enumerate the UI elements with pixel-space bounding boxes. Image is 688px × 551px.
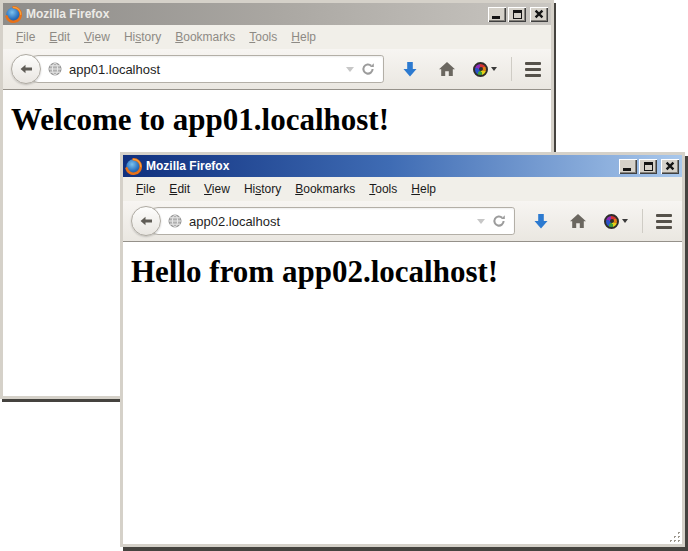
menu-help[interactable]: Help [284, 27, 323, 47]
navigation-toolbar: app01.localhost [3, 49, 551, 90]
titlebar[interactable]: Mozilla Firefox [123, 155, 682, 177]
page-heading: Hello from app02.localhost! [131, 254, 674, 290]
addon-button[interactable] [604, 214, 628, 229]
menu-edit[interactable]: Edit [162, 179, 197, 199]
page-heading: Welcome to app01.localhost! [11, 102, 543, 138]
reload-button[interactable] [492, 214, 506, 228]
firefox-icon [125, 158, 142, 175]
resize-grip[interactable] [668, 530, 682, 544]
home-button[interactable] [569, 213, 587, 229]
menu-history[interactable]: History [117, 27, 168, 47]
minimize-icon [623, 168, 631, 171]
dropdown-caret-icon [622, 219, 628, 223]
window-title: Mozilla Firefox [146, 159, 615, 173]
menu-bookmarks[interactable]: Bookmarks [168, 27, 242, 47]
window-controls [488, 7, 548, 22]
close-icon [665, 161, 675, 171]
back-button[interactable] [131, 206, 161, 236]
site-identity-globe-icon[interactable] [48, 62, 62, 76]
download-arrow-icon [401, 61, 419, 78]
home-button[interactable] [438, 61, 456, 77]
reload-button[interactable] [361, 62, 375, 76]
maximize-icon [644, 162, 653, 171]
color-wheel-icon [604, 214, 619, 229]
addon-button[interactable] [473, 62, 497, 77]
minimize-button[interactable] [619, 159, 637, 174]
download-button[interactable] [532, 213, 550, 230]
reload-icon [492, 214, 506, 228]
dropdown-caret-icon [491, 67, 497, 71]
minimize-button[interactable] [488, 7, 506, 22]
urlbar-dropdown-icon[interactable] [477, 219, 485, 224]
hamburger-menu-button[interactable] [525, 62, 541, 77]
menu-help[interactable]: Help [404, 179, 443, 199]
back-arrow-icon [18, 61, 34, 77]
reload-icon [361, 62, 375, 76]
menu-view[interactable]: View [77, 27, 117, 47]
color-wheel-icon [473, 62, 488, 77]
resize-grip-icon [668, 530, 682, 544]
menu-file[interactable]: File [129, 179, 162, 199]
close-button[interactable] [530, 7, 548, 22]
close-button[interactable] [661, 159, 679, 174]
toolbar-separator [642, 209, 643, 233]
menu-bar: File Edit View History Bookmarks Tools H… [123, 177, 682, 201]
url-text[interactable]: app01.localhost [69, 62, 160, 77]
menu-bar: File Edit View History Bookmarks Tools H… [3, 25, 551, 49]
home-icon [569, 213, 587, 229]
menu-history[interactable]: History [237, 179, 288, 199]
toolbar-separator [511, 57, 512, 81]
download-button[interactable] [401, 61, 419, 78]
titlebar[interactable]: Mozilla Firefox [3, 3, 551, 25]
site-identity-globe-icon[interactable] [168, 214, 182, 228]
browser-window-app02: Mozilla Firefox File Edit View History B… [120, 152, 685, 547]
home-icon [438, 61, 456, 77]
back-arrow-icon [138, 213, 154, 229]
download-arrow-icon [532, 213, 550, 230]
menu-tools[interactable]: Tools [362, 179, 404, 199]
urlbar-dropdown-icon[interactable] [346, 67, 354, 72]
menu-view[interactable]: View [197, 179, 237, 199]
maximize-button[interactable] [639, 159, 657, 174]
navigation-toolbar: app02.localhost [123, 201, 682, 242]
back-button[interactable] [11, 54, 41, 84]
menu-file[interactable]: File [9, 27, 42, 47]
menu-bookmarks[interactable]: Bookmarks [288, 179, 362, 199]
url-bar[interactable]: app02.localhost [144, 207, 515, 235]
url-text[interactable]: app02.localhost [189, 214, 280, 229]
minimize-icon [492, 16, 500, 19]
page-content: Hello from app02.localhost! [123, 242, 682, 544]
maximize-button[interactable] [508, 7, 526, 22]
maximize-icon [513, 10, 522, 19]
menu-tools[interactable]: Tools [242, 27, 284, 47]
menu-edit[interactable]: Edit [42, 27, 77, 47]
hamburger-menu-button[interactable] [656, 214, 672, 229]
close-icon [534, 9, 544, 19]
window-title: Mozilla Firefox [26, 7, 484, 21]
url-bar[interactable]: app01.localhost [24, 55, 384, 83]
window-controls [619, 159, 679, 174]
firefox-icon [5, 6, 22, 23]
